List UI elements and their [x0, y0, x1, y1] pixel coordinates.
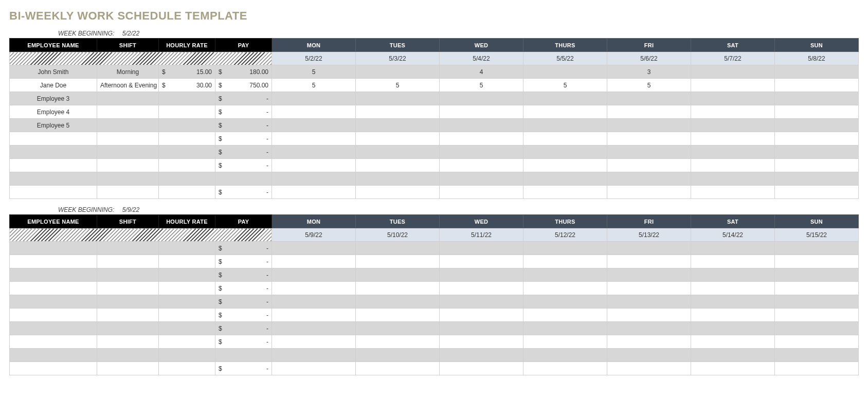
hours-cell[interactable]	[775, 65, 859, 79]
hours-cell[interactable]	[691, 146, 775, 159]
hours-cell[interactable]	[523, 282, 607, 295]
hours-cell[interactable]	[356, 186, 440, 199]
rate-cell[interactable]	[159, 159, 215, 172]
rate-cell[interactable]: $30.00	[159, 79, 215, 92]
pay-cell[interactable]: $-	[215, 268, 272, 282]
hours-cell[interactable]	[356, 295, 440, 309]
hours-cell[interactable]: 5	[356, 79, 440, 92]
hours-cell[interactable]	[523, 119, 607, 132]
hours-cell[interactable]	[775, 242, 859, 255]
hours-cell[interactable]	[523, 172, 607, 186]
hours-cell[interactable]	[440, 119, 523, 132]
pay-cell[interactable]	[215, 172, 272, 186]
hours-cell[interactable]	[272, 105, 356, 119]
hours-cell[interactable]	[775, 282, 859, 295]
hours-cell[interactable]	[356, 65, 440, 79]
hours-cell[interactable]	[272, 268, 356, 282]
shift-cell[interactable]	[97, 268, 159, 282]
hours-cell[interactable]	[440, 105, 523, 119]
hours-cell[interactable]	[272, 322, 356, 335]
shift-cell[interactable]	[97, 105, 159, 119]
rate-cell[interactable]	[159, 322, 215, 335]
hours-cell[interactable]	[607, 282, 691, 295]
shift-cell[interactable]	[97, 159, 159, 172]
hours-cell[interactable]	[272, 146, 356, 159]
employee-name-cell[interactable]	[10, 186, 97, 199]
pay-cell[interactable]	[215, 349, 272, 362]
hours-cell[interactable]	[691, 268, 775, 282]
hours-cell[interactable]: 5	[440, 79, 523, 92]
hours-cell[interactable]	[272, 309, 356, 322]
hours-cell[interactable]	[691, 322, 775, 335]
rate-cell[interactable]	[159, 362, 215, 375]
hours-cell[interactable]	[523, 335, 607, 349]
hours-cell[interactable]	[775, 132, 859, 146]
shift-cell[interactable]: Afternoon & Evening	[97, 79, 159, 92]
rate-cell[interactable]: $15.00	[159, 65, 215, 79]
employee-name-cell[interactable]: Employee 4	[10, 105, 97, 119]
hours-cell[interactable]	[272, 242, 356, 255]
employee-name-cell[interactable]	[10, 322, 97, 335]
hours-cell[interactable]: 4	[440, 65, 523, 79]
hours-cell[interactable]	[691, 295, 775, 309]
rate-cell[interactable]	[159, 309, 215, 322]
hours-cell[interactable]	[775, 255, 859, 268]
rate-cell[interactable]	[159, 349, 215, 362]
hours-cell[interactable]	[691, 105, 775, 119]
hours-cell[interactable]	[440, 282, 523, 295]
hours-cell[interactable]	[356, 362, 440, 375]
hours-cell[interactable]	[691, 186, 775, 199]
hours-cell[interactable]	[607, 322, 691, 335]
employee-name-cell[interactable]	[10, 242, 97, 255]
hours-cell[interactable]	[775, 335, 859, 349]
hours-cell[interactable]	[607, 119, 691, 132]
employee-name-cell[interactable]	[10, 295, 97, 309]
hours-cell[interactable]	[775, 186, 859, 199]
shift-cell[interactable]	[97, 282, 159, 295]
shift-cell[interactable]	[97, 349, 159, 362]
rate-cell[interactable]	[159, 295, 215, 309]
pay-cell[interactable]: $-	[215, 295, 272, 309]
hours-cell[interactable]	[775, 119, 859, 132]
hours-cell[interactable]: 3	[607, 65, 691, 79]
hours-cell[interactable]	[440, 322, 523, 335]
shift-cell[interactable]	[97, 92, 159, 105]
hours-cell[interactable]	[523, 295, 607, 309]
employee-name-cell[interactable]	[10, 132, 97, 146]
hours-cell[interactable]	[523, 309, 607, 322]
pay-cell[interactable]: $-	[215, 119, 272, 132]
hours-cell[interactable]	[356, 172, 440, 186]
shift-cell[interactable]	[97, 322, 159, 335]
hours-cell[interactable]	[272, 92, 356, 105]
shift-cell[interactable]	[97, 335, 159, 349]
shift-cell[interactable]	[97, 309, 159, 322]
employee-name-cell[interactable]: Jane Doe	[10, 79, 97, 92]
hours-cell[interactable]	[523, 146, 607, 159]
hours-cell[interactable]: 5	[272, 79, 356, 92]
hours-cell[interactable]	[523, 362, 607, 375]
hours-cell[interactable]	[523, 105, 607, 119]
pay-cell[interactable]: $-	[215, 146, 272, 159]
shift-cell[interactable]	[97, 242, 159, 255]
hours-cell[interactable]	[523, 186, 607, 199]
shift-cell[interactable]	[97, 172, 159, 186]
employee-name-cell[interactable]: John Smith	[10, 65, 97, 79]
pay-cell[interactable]: $-	[215, 92, 272, 105]
employee-name-cell[interactable]	[10, 172, 97, 186]
hours-cell[interactable]: 5	[523, 79, 607, 92]
hours-cell[interactable]	[440, 159, 523, 172]
pay-cell[interactable]: $-	[215, 282, 272, 295]
shift-cell[interactable]: Morning	[97, 65, 159, 79]
hours-cell[interactable]	[356, 242, 440, 255]
hours-cell[interactable]	[775, 92, 859, 105]
employee-name-cell[interactable]	[10, 146, 97, 159]
hours-cell[interactable]	[356, 309, 440, 322]
employee-name-cell[interactable]	[10, 268, 97, 282]
hours-cell[interactable]	[440, 186, 523, 199]
hours-cell[interactable]	[691, 349, 775, 362]
hours-cell[interactable]	[356, 92, 440, 105]
hours-cell[interactable]	[607, 92, 691, 105]
hours-cell[interactable]	[691, 309, 775, 322]
hours-cell[interactable]	[272, 362, 356, 375]
hours-cell[interactable]	[440, 132, 523, 146]
